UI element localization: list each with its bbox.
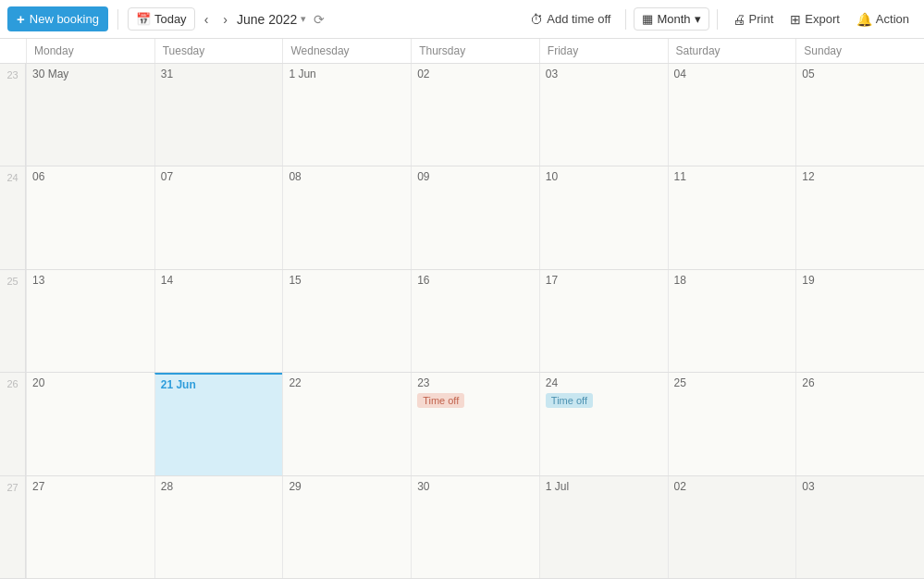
calendar-row: 27272829301 Jul0203 [0, 476, 924, 579]
month-view-button[interactable]: ▦ Month ▾ [634, 7, 708, 31]
day-header-tuesday: Tuesday [154, 39, 283, 63]
print-icon: 🖨 [733, 12, 745, 27]
new-booking-button[interactable]: + New booking [7, 6, 108, 31]
next-month-button[interactable]: › [217, 8, 233, 31]
calendar: MondayTuesdayWednesdayThursdayFridaySatu… [0, 39, 924, 579]
calendar-cell[interactable]: 29 [282, 476, 411, 578]
calendar-cell[interactable]: 28 [154, 476, 283, 578]
cell-date: 16 [417, 274, 534, 287]
action-button[interactable]: 🔔 Action [849, 7, 917, 31]
cell-date: 13 [32, 274, 149, 287]
calendar-body: 2330 May311 Jun0203040524060708091011122… [0, 64, 924, 579]
calendar-cell[interactable]: 17 [539, 270, 668, 372]
calendar-cell[interactable]: 1 Jul [539, 476, 668, 578]
calendar-row: 262021 Jun2223Time off24Time off2526 [0, 373, 924, 475]
calendar-cell[interactable]: 03 [539, 64, 668, 166]
add-time-off-label: Add time off [547, 12, 610, 26]
calendar-cell[interactable]: 31 [154, 64, 283, 166]
calendar-row: 2406070809101112 [0, 166, 924, 269]
calendar-cell[interactable]: 15 [282, 270, 411, 372]
today-label: Today [154, 12, 187, 26]
calendar-cell[interactable]: 23Time off [411, 373, 539, 474]
toolbar-divider-1 [117, 9, 118, 30]
toolbar-divider-2 [625, 9, 626, 30]
calendar-cell[interactable]: 09 [411, 166, 539, 268]
current-month-label: June 2022 [237, 12, 297, 27]
calendar-row: 2513141516171819 [0, 270, 924, 373]
print-button[interactable]: 🖨 Print [725, 7, 782, 31]
cell-date: 05 [802, 68, 918, 80]
calendar-cell[interactable]: 1 Jun [282, 64, 411, 166]
cell-date: 11 [674, 170, 791, 183]
calendar-cell[interactable]: 05 [795, 64, 924, 166]
calendar-cell[interactable]: 11 [668, 166, 796, 268]
calendar-cell[interactable]: 04 [668, 64, 796, 166]
calendar-cell[interactable]: 20 [26, 373, 154, 474]
cell-date: 10 [546, 170, 662, 183]
calendar-cell[interactable]: 02 [411, 64, 539, 166]
cell-date: 02 [674, 480, 791, 493]
calendar-cell[interactable]: 30 [411, 476, 539, 578]
cell-date: 03 [546, 68, 662, 80]
calendar-cell[interactable]: 07 [154, 166, 283, 268]
cell-date: 19 [802, 274, 918, 287]
prev-month-button[interactable]: ‹ [199, 8, 215, 31]
refresh-button[interactable]: ⟳ [310, 8, 328, 31]
calendar-cell[interactable]: 14 [154, 270, 283, 372]
week-num-header [0, 39, 26, 63]
action-label: Action [876, 12, 909, 26]
cell-date: 20 [32, 376, 149, 389]
calendar-cell[interactable]: 03 [795, 476, 924, 578]
month-chevron-icon: ▾ [695, 12, 701, 26]
day-header-thursday: Thursday [411, 39, 539, 63]
cell-date: 30 May [32, 68, 149, 80]
cell-date: 24 [546, 376, 662, 389]
calendar-cell[interactable]: 06 [26, 166, 154, 268]
time-off-badge[interactable]: Time off [417, 393, 464, 408]
cell-date: 30 [417, 480, 534, 493]
cell-date: 23 [417, 376, 534, 389]
chevron-down-icon: ▾ [301, 13, 306, 25]
week-number: 24 [0, 166, 26, 268]
calendar-cell[interactable]: 10 [539, 166, 668, 268]
calendar-cell[interactable]: 13 [26, 270, 154, 372]
day-headers: MondayTuesdayWednesdayThursdayFridaySatu… [0, 39, 924, 64]
clock-icon: ⏱ [530, 12, 543, 27]
grid-icon: ▦ [642, 12, 653, 26]
calendar-icon: 📅 [136, 12, 151, 26]
toolbar: + New booking 📅 Today ‹ › June 2022 ▾ ⟳ … [0, 0, 924, 39]
print-label: Print [749, 12, 774, 26]
plus-icon: + [17, 11, 25, 27]
month-view-label: Month [657, 12, 690, 26]
calendar-cell[interactable]: 12 [795, 166, 924, 268]
calendar-cell[interactable]: 26 [795, 373, 924, 474]
day-header-saturday: Saturday [668, 39, 796, 63]
calendar-cell[interactable]: 22 [282, 373, 411, 474]
calendar-cell[interactable]: 18 [668, 270, 796, 372]
calendar-cell[interactable]: 08 [282, 166, 411, 268]
export-label: Export [805, 12, 840, 26]
add-time-off-button[interactable]: ⏱ Add time off [523, 7, 618, 31]
current-month-selector[interactable]: June 2022 ▾ [237, 12, 306, 27]
time-off-badge[interactable]: Time off [546, 393, 593, 408]
cell-date: 28 [161, 480, 277, 493]
action-icon: 🔔 [856, 12, 872, 27]
cell-date: 12 [802, 170, 918, 183]
export-button[interactable]: ⊞ Export [782, 7, 847, 31]
calendar-cell[interactable]: 02 [668, 476, 796, 578]
today-button[interactable]: 📅 Today [128, 7, 195, 31]
calendar-cell[interactable]: 25 [668, 373, 796, 474]
calendar-cell[interactable]: 21 Jun [154, 373, 283, 474]
calendar-cell[interactable]: 27 [26, 476, 154, 578]
cell-date: 17 [546, 274, 662, 287]
calendar-cell[interactable]: 24Time off [539, 373, 668, 474]
new-booking-label: New booking [30, 12, 99, 26]
cell-date: 18 [674, 274, 791, 287]
cell-date: 08 [289, 170, 405, 183]
calendar-cell[interactable]: 30 May [26, 64, 154, 166]
calendar-cell[interactable]: 16 [411, 270, 539, 372]
toolbar-right: ⏱ Add time off ▦ Month ▾ 🖨 Print ⊞ Expor… [523, 7, 917, 31]
cell-date: 22 [289, 376, 405, 389]
cell-date: 06 [32, 170, 149, 183]
calendar-cell[interactable]: 19 [795, 270, 924, 372]
